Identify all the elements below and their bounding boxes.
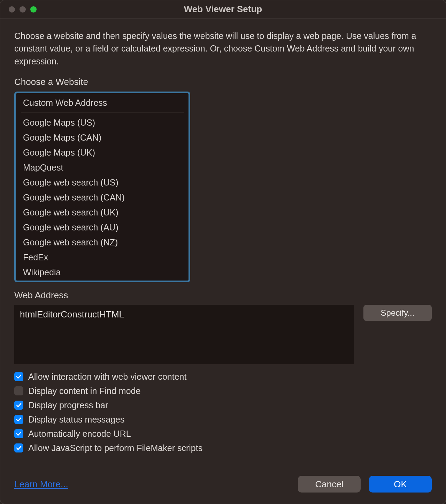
website-listbox[interactable]: Custom Web AddressGoogle Maps (US)Google… [14,92,190,282]
website-list-item[interactable]: Google Maps (UK) [21,145,184,160]
web-address-input[interactable]: htmlEditorConstructHTML [14,305,354,364]
option-checkbox-row[interactable]: Automatically encode URL [14,429,432,439]
checkbox-checked-icon[interactable] [14,401,23,410]
checkbox-unchecked-icon[interactable] [14,386,23,395]
website-list-item[interactable]: MapQuest [21,160,184,175]
option-checkbox-row[interactable]: Allow interaction with web viewer conten… [14,372,432,382]
option-checkbox-row[interactable]: Display progress bar [14,400,432,410]
website-list-item[interactable]: Google web search (AU) [21,220,184,235]
window-title: Web Viewer Setup [0,4,446,15]
website-list-item[interactable]: Google web search (UK) [21,205,184,220]
checkbox-checked-icon[interactable] [14,415,23,424]
dialog-footer: Learn More... Cancel OK [14,476,432,493]
website-list-item[interactable]: Google web search (US) [21,175,184,190]
minimize-icon[interactable] [20,6,26,13]
dialog-window: Web Viewer Setup Choose a website and th… [0,0,446,504]
option-checkbox-label: Display progress bar [28,400,108,410]
website-list-item[interactable]: Google Maps (CAN) [21,130,184,145]
website-list-item[interactable]: Google Maps (US) [21,115,184,130]
option-checkbox-label: Allow JavaScript to perform FileMaker sc… [28,443,202,453]
ok-button[interactable]: OK [369,476,432,493]
zoom-icon[interactable] [30,6,37,13]
website-list-item[interactable]: Custom Web Address [21,95,184,112]
traffic-lights [9,6,37,13]
intro-text: Choose a website and then specify values… [14,30,432,68]
titlebar: Web Viewer Setup [0,0,446,18]
option-checkbox-label: Display content in Find mode [28,386,140,396]
website-list-item[interactable]: FedEx [21,250,184,265]
option-checkbox-label: Allow interaction with web viewer conten… [28,372,186,382]
dialog-content: Choose a website and then specify values… [0,18,446,464]
web-address-label: Web Address [14,290,432,301]
website-list-item[interactable]: Wikipedia [21,265,184,280]
option-checkbox-row[interactable]: Display content in Find mode [14,386,432,396]
website-list-item[interactable]: Google web search (NZ) [21,235,184,250]
checkbox-checked-icon[interactable] [14,429,23,438]
checkbox-checked-icon[interactable] [14,372,23,381]
website-list-scroll[interactable]: Custom Web AddressGoogle Maps (US)Google… [16,93,189,281]
learn-more-link[interactable]: Learn More... [14,479,68,490]
option-checkbox-row[interactable]: Allow JavaScript to perform FileMaker sc… [14,443,432,453]
website-list-item[interactable]: Google web search (CAN) [21,190,184,205]
option-checkbox-label: Display status messages [28,415,125,425]
options-checkbox-group: Allow interaction with web viewer conten… [14,372,432,453]
choose-website-label: Choose a Website [14,77,432,87]
option-checkbox-label: Automatically encode URL [28,429,131,439]
close-icon[interactable] [9,6,15,13]
cancel-button[interactable]: Cancel [298,476,361,493]
specify-button[interactable]: Specify... [363,305,432,321]
option-checkbox-row[interactable]: Display status messages [14,415,432,425]
checkbox-checked-icon[interactable] [14,443,23,452]
